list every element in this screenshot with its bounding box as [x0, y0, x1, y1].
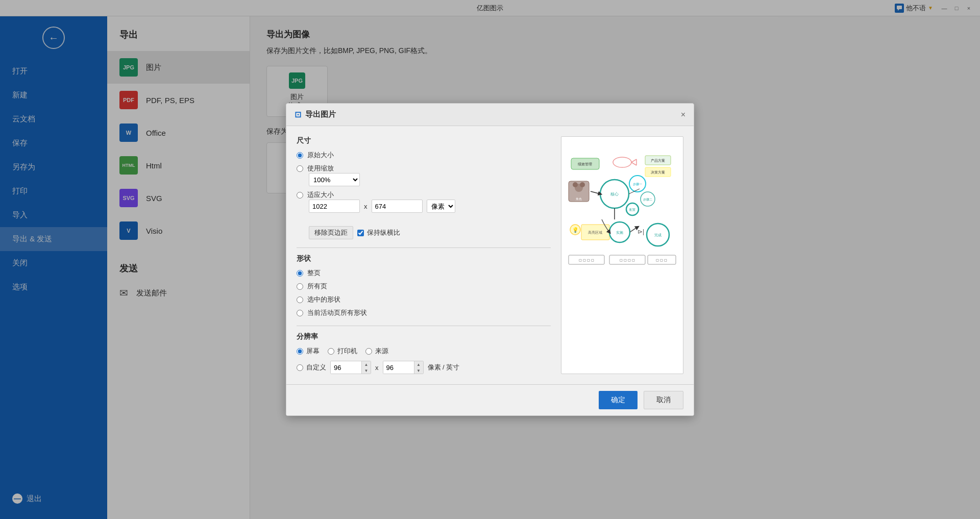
- svg-text:⊳|: ⊳|: [638, 228, 644, 235]
- confirm-button[interactable]: 确定: [599, 391, 638, 409]
- radio-custom-label: 自定义: [306, 363, 326, 372]
- svg-text:◻ ◻ ◻ ◻: ◻ ◻ ◻ ◻: [620, 258, 635, 262]
- resolution-row: 屏幕 打印机 来源: [297, 347, 551, 356]
- dialog-overlay: ⊡ 导出图片 × 尺寸 原始大小 使用缩放: [0, 0, 980, 519]
- dialog-close-button[interactable]: ×: [681, 110, 685, 119]
- remove-margin-button[interactable]: 移除页边距: [309, 226, 353, 239]
- svg-text:完成: 完成: [654, 233, 662, 237]
- scale-row: 100% 50% 75% 150% 200%: [309, 173, 551, 186]
- radio-original-input[interactable]: [297, 152, 303, 159]
- radio-custom-input[interactable]: [297, 364, 303, 371]
- svg-text:实施: 实施: [616, 231, 623, 234]
- radio-screen-input[interactable]: [297, 348, 303, 355]
- preview-pane: 绩效管理 产品方案 决策方案: [561, 136, 683, 374]
- radio-scale[interactable]: 使用缩放: [297, 164, 551, 173]
- size-section-label: 尺寸: [297, 136, 551, 145]
- radio-source[interactable]: 来源: [365, 347, 388, 356]
- margin-row: 移除页边距 保持纵横比: [309, 226, 551, 239]
- radio-fit-size[interactable]: 适应大小: [297, 190, 551, 200]
- dialog-left-panel: 尺寸 原始大小 使用缩放 100%: [297, 136, 551, 374]
- x-separator-2: x: [375, 364, 379, 372]
- radio-custom[interactable]: 自定义: [297, 363, 326, 372]
- fit-height-input[interactable]: [372, 200, 423, 213]
- dpi-x-up[interactable]: ▲: [361, 361, 371, 367]
- radio-screen-label: 屏幕: [306, 347, 320, 356]
- svg-text:决策方案: 决策方案: [651, 170, 665, 174]
- dpi-y-spinners: ▲ ▼: [414, 361, 423, 374]
- dpi-y-down[interactable]: ▼: [414, 367, 423, 374]
- svg-point-16: [580, 182, 585, 187]
- svg-text:高亮区域: 高亮区域: [588, 231, 602, 234]
- radio-selected-shapes[interactable]: 选中的形状: [297, 295, 551, 304]
- keep-ratio-checkbox[interactable]: 保持纵横比: [357, 228, 400, 237]
- shape-radio-group: 整页 所有页 选中的形状 当前活动页所有形状: [297, 268, 551, 317]
- dialog-footer: 确定 取消: [286, 384, 694, 415]
- radio-printer-label: 打印机: [337, 347, 357, 356]
- radio-original-label: 原始大小: [307, 151, 334, 160]
- radio-full-page-input[interactable]: [297, 270, 303, 277]
- radio-screen[interactable]: 屏幕: [297, 347, 320, 356]
- dialog-body: 尺寸 原始大小 使用缩放 100%: [286, 126, 694, 384]
- radio-all-pages-label: 所有页: [307, 282, 327, 291]
- dpi-x-input[interactable]: [331, 361, 361, 374]
- radio-active-page[interactable]: 当前活动页所有形状: [297, 308, 551, 317]
- radio-fit-input[interactable]: [297, 192, 303, 199]
- radio-active-input[interactable]: [297, 310, 303, 316]
- radio-selected-input[interactable]: [297, 296, 303, 303]
- dialog-header: ⊡ 导出图片 ×: [286, 104, 694, 126]
- divider-1: [297, 248, 551, 248]
- radio-scale-label: 使用缩放: [307, 164, 334, 173]
- svg-text:绩效管理: 绩效管理: [578, 162, 592, 166]
- radio-printer[interactable]: 打印机: [328, 347, 357, 356]
- dpi-y-input[interactable]: [383, 361, 414, 374]
- svg-text:步骤一: 步骤一: [633, 183, 642, 186]
- resolution-section-label: 分辨率: [297, 332, 551, 341]
- radio-source-input[interactable]: [365, 348, 372, 355]
- svg-text:◻ ◻ ◻ ◻: ◻ ◻ ◻ ◻: [579, 258, 594, 262]
- svg-text:配置: 配置: [629, 208, 635, 211]
- radio-scale-input[interactable]: [297, 165, 303, 172]
- dialog-title-icon: ⊡: [295, 110, 301, 119]
- radio-selected-label: 选中的形状: [307, 295, 340, 304]
- svg-text:角色: 角色: [576, 197, 582, 201]
- dpi-x-down[interactable]: ▼: [361, 367, 371, 374]
- dpi-y-input-box: ▲ ▼: [383, 361, 424, 374]
- svg-text:核心: 核心: [610, 192, 619, 196]
- scale-select[interactable]: 100% 50% 75% 150% 200%: [309, 173, 360, 186]
- keep-ratio-input[interactable]: [357, 230, 364, 236]
- keep-ratio-label: 保持纵横比: [367, 228, 400, 237]
- svg-text:产品方案: 产品方案: [651, 158, 665, 162]
- cancel-button[interactable]: 取消: [644, 391, 683, 409]
- shape-section-label: 形状: [297, 254, 551, 263]
- x-separator: x: [364, 203, 368, 210]
- dpi-x-spinners: ▲ ▼: [361, 361, 371, 374]
- radio-full-page-label: 整页: [307, 268, 321, 278]
- custom-resolution-row: 自定义 ▲ ▼ x ▲ ▼: [297, 361, 551, 374]
- radio-all-pages-input[interactable]: [297, 283, 303, 290]
- radio-original-size[interactable]: 原始大小: [297, 151, 551, 160]
- svg-text:◻ ◻ ◻: ◻ ◻ ◻: [656, 258, 667, 262]
- radio-active-label: 当前活动页所有形状: [307, 308, 367, 317]
- radio-all-pages[interactable]: 所有页: [297, 282, 551, 291]
- export-image-dialog: ⊡ 导出图片 × 尺寸 原始大小 使用缩放: [286, 103, 694, 416]
- radio-fit-label: 适应大小: [307, 190, 334, 200]
- svg-text:💡: 💡: [572, 227, 579, 233]
- radio-full-page[interactable]: 整页: [297, 268, 551, 278]
- dpi-x-input-box: ▲ ▼: [330, 361, 371, 374]
- svg-point-15: [573, 182, 578, 187]
- unit-select[interactable]: 像素 英寸 厘米: [427, 200, 455, 213]
- fit-width-input[interactable]: [309, 200, 360, 213]
- radio-source-label: 来源: [375, 347, 388, 356]
- size-radio-group: 原始大小 使用缩放 100% 50% 75% 150%: [297, 151, 551, 218]
- dpi-unit-label: 像素 / 英寸: [428, 363, 460, 372]
- divider-2: [297, 326, 551, 326]
- preview-diagram: 绩效管理 产品方案 决策方案: [566, 153, 678, 357]
- svg-text:步骤二: 步骤二: [643, 198, 652, 201]
- size-input-row: x 像素 英寸 厘米: [309, 200, 551, 213]
- dpi-y-up[interactable]: ▲: [414, 361, 423, 367]
- dialog-title: ⊡ 导出图片: [295, 110, 336, 119]
- radio-printer-input[interactable]: [328, 348, 334, 355]
- dialog-title-text: 导出图片: [305, 110, 336, 119]
- preview-svg: 绩效管理 产品方案 决策方案: [566, 153, 678, 357]
